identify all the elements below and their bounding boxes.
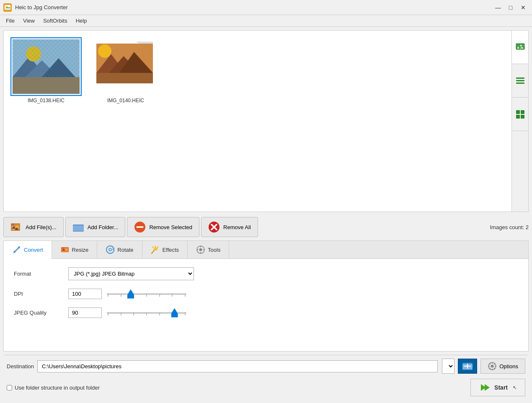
bottom-bar: Destination (3, 355, 529, 377)
svg-rect-33 (521, 110, 524, 114)
maximize-button[interactable]: □ (505, 3, 516, 12)
images-count: Images count: 2 (490, 224, 529, 230)
view-buttons (511, 31, 528, 212)
jpeg-dot-4 (146, 312, 147, 315)
menu-view[interactable]: View (19, 16, 39, 25)
dpi-dot-2 (121, 293, 121, 297)
bottom-row2: Use folder structure in output folder St… (3, 377, 529, 400)
svg-rect-35 (521, 115, 524, 119)
dpi-dot-7 (185, 293, 186, 297)
menu-softorbits[interactable]: SoftOrbits (39, 16, 72, 25)
remove-all-button[interactable]: Remove All (201, 217, 258, 237)
rotate-tab-icon (106, 245, 115, 254)
file-item-1[interactable]: IMG_0138.HEIC (10, 37, 82, 103)
tab-effects[interactable]: Effects (142, 241, 188, 258)
destination-dropdown[interactable] (442, 359, 455, 374)
jpeg-slider-thumb[interactable] (171, 308, 178, 318)
svg-rect-20 (96, 73, 153, 83)
format-select[interactable]: JPG (*.jpg) JPEG Bitmap PNG (*.png) Port… (68, 267, 194, 280)
use-folder-structure-label[interactable]: Use folder structure in output folder (7, 385, 100, 391)
tab-tools[interactable]: Tools (188, 241, 229, 258)
app-title: Heic to Jpg Converter (15, 4, 493, 10)
tab-resize[interactable]: Resize (52, 241, 98, 258)
options-button[interactable]: Options (480, 359, 525, 374)
dpi-slider-thumb[interactable] (127, 289, 134, 299)
jpeg-quality-input[interactable] (68, 307, 102, 318)
tab-tools-label: Tools (208, 247, 220, 253)
menu-bar: File View SoftOrbits Help (0, 15, 532, 27)
add-files-label: Add File(s)... (26, 224, 57, 230)
file-thumbnail-1 (10, 37, 82, 96)
dpi-slider-container (107, 290, 191, 298)
dpi-dot-4 (146, 293, 147, 297)
browse-button[interactable] (458, 359, 477, 374)
file-name-2: IMG_0140.HEIC (107, 98, 144, 103)
destination-label: Destination (7, 363, 34, 369)
dpi-row: DPI (14, 289, 518, 299)
effects-tab-icon (151, 245, 160, 254)
file-area: IMG_0138.HEIC (4, 31, 511, 212)
jpeg-quality-row: JPEG Quality (14, 307, 518, 318)
tab-convert-label: Convert (24, 247, 43, 253)
remove-selected-icon (134, 221, 146, 233)
svg-line-64 (157, 247, 158, 248)
toolbar: Add File(s)... Add Folder... Remove (3, 215, 529, 239)
file-thumbnail-2 (90, 37, 161, 96)
svg-point-27 (520, 45, 522, 46)
add-folder-button[interactable]: Add Folder... (65, 217, 126, 237)
jpeg-dot-1 (108, 312, 108, 315)
menu-help[interactable]: Help (72, 16, 91, 25)
jpeg-slider-track[interactable] (107, 309, 186, 317)
svg-point-3 (5, 6, 7, 7)
remove-selected-button[interactable]: Remove Selected (127, 217, 199, 237)
svg-rect-10 (13, 39, 80, 94)
remove-all-icon (208, 221, 220, 233)
menu-file[interactable]: File (2, 16, 19, 25)
dpi-slider-track[interactable] (107, 290, 186, 298)
settings-panel: Convert Resize (3, 240, 529, 351)
close-button[interactable]: ✕ (518, 3, 529, 12)
jpeg-dot-5 (159, 312, 160, 315)
add-files-icon (10, 221, 22, 233)
svg-line-65 (152, 250, 155, 253)
use-folder-structure-text: Use folder structure in output folder (15, 385, 100, 391)
add-folder-icon (72, 221, 84, 233)
file-item-2[interactable]: IMG_0140.HEIC (90, 37, 161, 103)
convert-tab-icon (12, 245, 21, 254)
use-folder-structure-checkbox[interactable] (7, 385, 12, 390)
svg-rect-45 (73, 225, 84, 231)
dpi-input[interactable] (68, 289, 102, 299)
add-files-button[interactable]: Add File(s)... (3, 217, 64, 237)
tab-bar: Convert Resize (4, 241, 528, 259)
tab-effects-label: Effects (163, 247, 179, 253)
svg-rect-29 (516, 78, 524, 79)
dpi-slider-dots (107, 293, 186, 297)
jpeg-dot-7 (185, 312, 186, 315)
svg-point-66 (154, 247, 158, 251)
file-panel: IMG_0138.HEIC (3, 30, 529, 212)
svg-marker-89 (485, 384, 490, 391)
view-grid-button[interactable] (512, 98, 528, 131)
file-name-1: IMG_0138.HEIC (28, 98, 65, 103)
jpeg-slider-container (107, 309, 191, 317)
svg-line-84 (490, 364, 491, 364)
dpi-dot-1 (108, 293, 108, 297)
tab-rotate[interactable]: Rotate (97, 241, 142, 258)
svg-point-79 (491, 365, 494, 368)
svg-line-63 (152, 247, 154, 248)
svg-point-21 (98, 44, 111, 58)
cursor-indicator: ↖ (513, 385, 517, 390)
svg-point-60 (109, 248, 111, 251)
view-thumbnail-button[interactable] (512, 31, 528, 64)
destination-input[interactable] (37, 360, 438, 372)
svg-rect-31 (516, 83, 524, 84)
window-controls: — □ ✕ (493, 3, 529, 12)
svg-point-40 (16, 225, 18, 228)
start-button[interactable]: Start ↖ (470, 379, 525, 396)
dpi-label: DPI (14, 291, 68, 297)
svg-rect-32 (516, 110, 520, 114)
view-list-button[interactable] (512, 64, 528, 98)
minimize-button[interactable]: — (493, 3, 504, 12)
format-label: Format (14, 271, 68, 277)
tab-convert[interactable]: Convert (4, 241, 52, 259)
